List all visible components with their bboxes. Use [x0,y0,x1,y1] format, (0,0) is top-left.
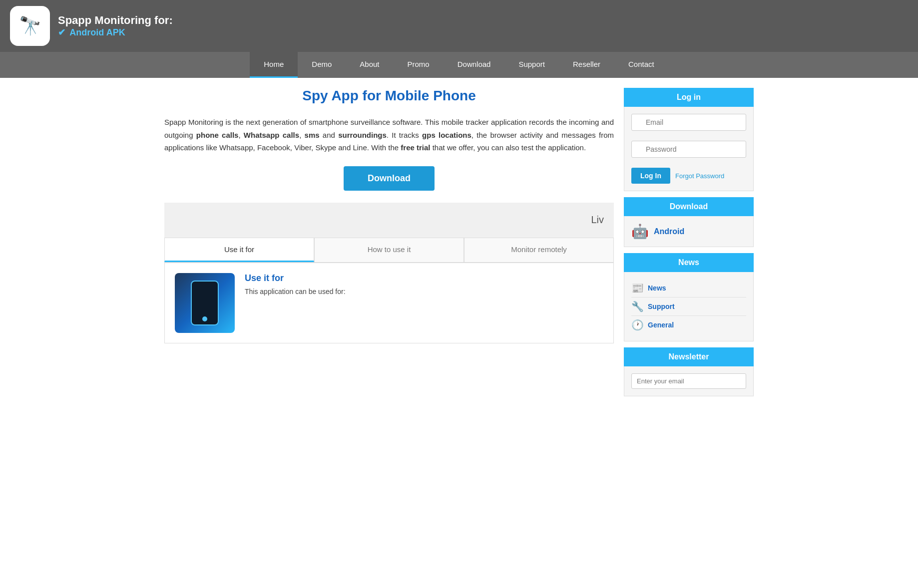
page-title: Spy App for Mobile Phone [164,88,614,104]
news-body: 📰 News 🔧 Support 🕐 General [624,272,754,341]
nav-contact[interactable]: Contact [614,52,668,78]
main-nav: Home Demo About Promo Download Support R… [0,52,918,78]
main-description: Spapp Monitoring is the next generation … [164,116,614,154]
app-name: Spapp Monitoring for: [58,14,173,27]
news-item-general[interactable]: 🕐 General [631,316,746,334]
login-header: Log in [624,88,754,107]
main-content: Spy App for Mobile Phone Spapp Monitorin… [164,88,624,343]
login-button[interactable]: Log In [631,168,670,184]
nav-about[interactable]: About [346,52,393,78]
main-layout: Spy App for Mobile Phone Spapp Monitorin… [159,78,759,412]
password-wrap: 🔑 [631,141,746,163]
email-field[interactable] [631,114,746,131]
email-wrap: 👤 [631,114,746,136]
news-section: News 📰 News 🔧 Support 🕐 General [624,253,754,341]
login-section: Log in 👤 🔑 Log In Forgot Password [624,88,754,191]
android-icon: 🤖 [631,223,649,240]
app-logo: 🔭 [10,6,50,46]
login-body: 👤 🔑 Log In Forgot Password [624,107,754,191]
nav-promo[interactable]: Promo [394,52,444,78]
download-header: Download [624,197,754,216]
download-button[interactable]: Download [344,166,435,191]
android-label: Android [654,227,684,236]
nav-download[interactable]: Download [444,52,505,78]
phone-shape [191,281,219,325]
nav-support[interactable]: Support [504,52,559,78]
tab-section-text: Use it for This application can be used … [245,273,346,295]
check-icon: ✔ [58,27,65,37]
nav-demo[interactable]: Demo [298,52,346,78]
tab-section-title: Use it for [245,273,346,284]
tab-section-body: This application can be used for: [245,288,346,295]
live-banner: Liv [164,203,614,238]
phone-home-dot [202,316,207,321]
newsletter-header: Newsletter [624,347,754,366]
newsletter-body [624,366,754,396]
news-item-news[interactable]: 📰 News [631,279,746,297]
newsletter-section: Newsletter [624,347,754,396]
tab-content-area: Use it for This application can be used … [164,263,614,343]
nav-reseller[interactable]: Reseller [559,52,614,78]
sidebar: Log in 👤 🔑 Log In Forgot Password Downlo… [624,88,754,402]
news-link-support[interactable]: Support [648,302,675,310]
login-btn-row: Log In Forgot Password [631,168,746,184]
download-body: 🤖 Android [624,216,754,247]
news-icon: 📰 [631,282,644,294]
download-btn-wrap: Download [164,166,614,191]
general-icon: 🕐 [631,319,644,331]
news-item-support[interactable]: 🔧 Support [631,297,746,316]
news-header: News [624,253,754,272]
news-link-general[interactable]: General [648,321,674,329]
phone-thumbnail [175,273,235,333]
news-link-news[interactable]: News [648,284,666,292]
tab-monitor-remotely[interactable]: Monitor remotely [464,238,614,262]
password-field[interactable] [631,141,746,158]
newsletter-email-field[interactable] [631,373,746,389]
download-section: Download 🤖 Android [624,197,754,247]
android-row[interactable]: 🤖 Android [631,223,746,240]
logo-emoji: 🔭 [19,15,41,36]
nav-home[interactable]: Home [250,52,298,78]
support-icon: 🔧 [631,300,644,312]
tab-how-to-use-it[interactable]: How to use it [314,238,464,262]
live-text: Liv [591,214,604,226]
tabs-bar: Use it for How to use it Monitor remotel… [164,238,614,263]
tab-use-it-for[interactable]: Use it for [164,238,314,262]
forgot-password-link[interactable]: Forgot Password [675,172,724,180]
app-platform: ✔ Android APK [58,27,173,38]
header: 🔭 Spapp Monitoring for: ✔ Android APK [0,0,918,52]
header-title: Spapp Monitoring for: ✔ Android APK [58,14,173,38]
